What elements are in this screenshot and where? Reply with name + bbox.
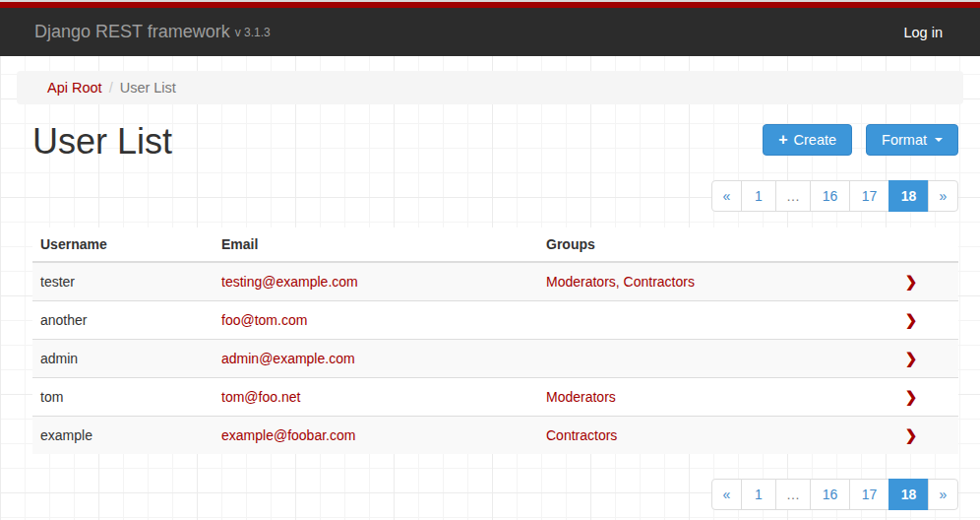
- pagination-page-16[interactable]: 16: [810, 479, 850, 510]
- plus-icon: +: [778, 132, 787, 148]
- cell-username: admin: [32, 340, 214, 378]
- groups-link[interactable]: Moderators: [546, 389, 616, 405]
- pagination-bottom: « 1 … 16 17 18 »: [711, 479, 958, 510]
- pagination-page-18-active[interactable]: 18: [888, 180, 929, 212]
- breadcrumb: Api Root/User List: [17, 71, 963, 104]
- pagination-page-18-active[interactable]: 18: [888, 479, 929, 510]
- login-link[interactable]: Log in: [903, 25, 943, 40]
- row-detail-chevron-icon[interactable]: ❯: [905, 350, 918, 366]
- row-detail-chevron-icon[interactable]: ❯: [905, 426, 918, 443]
- caret-down-icon: [935, 138, 943, 142]
- brand-link[interactable]: Django REST framework: [34, 22, 230, 42]
- pagination-page-17[interactable]: 17: [849, 180, 889, 212]
- table-row: tom tom@foo.net Moderators ❯: [32, 378, 958, 417]
- row-detail-chevron-icon[interactable]: ❯: [905, 311, 918, 328]
- table-row: example example@foobar.com Contractors ❯: [32, 417, 958, 455]
- breadcrumb-api-root[interactable]: Api Root: [47, 80, 102, 96]
- pagination-page-1[interactable]: 1: [741, 479, 776, 510]
- column-header-groups: Groups: [538, 228, 864, 262]
- cell-username: tom: [32, 378, 214, 417]
- pagination-next[interactable]: »: [928, 180, 958, 212]
- table-row: admin admin@example.com ❯: [32, 340, 958, 378]
- table-row: another foo@tom.com ❯: [32, 301, 958, 340]
- cell-username: tester: [32, 262, 214, 301]
- breadcrumb-separator: /: [102, 80, 120, 96]
- format-dropdown-button[interactable]: Format: [866, 124, 958, 156]
- user-table: Username Email Groups tester testing@exa…: [32, 228, 958, 454]
- pagination-top: « 1 … 16 17 18 »: [711, 180, 958, 212]
- cell-username: example: [32, 417, 214, 455]
- breadcrumb-current: User List: [120, 80, 176, 96]
- header-buttons: + Create Format: [763, 124, 958, 156]
- table-row: tester testing@example.com Moderators, C…: [32, 262, 958, 301]
- pagination-page-16[interactable]: 16: [810, 180, 850, 212]
- pagination-ellipsis: …: [775, 479, 811, 510]
- pagination-prev[interactable]: «: [711, 180, 742, 212]
- row-detail-chevron-icon[interactable]: ❯: [905, 388, 918, 405]
- navbar: Django REST framework v 3.1.3 Log in: [0, 8, 980, 56]
- groups-link[interactable]: Moderators, Contractors: [546, 274, 695, 290]
- table-header-row: Username Email Groups: [32, 228, 958, 262]
- top-accent-strip: [0, 0, 980, 8]
- pagination-page-17[interactable]: 17: [849, 479, 889, 510]
- email-link[interactable]: example@foobar.com: [221, 427, 355, 443]
- content-area: User List + Create Format « 1 … 16 17 18: [32, 124, 958, 510]
- page-title: User List: [32, 124, 172, 160]
- format-button-label: Format: [882, 132, 927, 148]
- email-link[interactable]: testing@example.com: [221, 274, 358, 290]
- page-header: User List + Create Format: [32, 124, 958, 160]
- create-button-label: Create: [794, 132, 837, 148]
- pagination-bottom-row: « 1 … 16 17 18 »: [32, 479, 958, 510]
- email-link[interactable]: tom@foo.net: [221, 389, 300, 405]
- email-link[interactable]: foo@tom.com: [221, 312, 307, 328]
- groups-link[interactable]: Contractors: [546, 427, 617, 443]
- pagination-ellipsis: …: [775, 180, 811, 212]
- column-header-email: Email: [214, 228, 538, 262]
- email-link[interactable]: admin@example.com: [221, 351, 355, 366]
- version-label: v 3.1.3: [235, 26, 271, 39]
- main-container: Api Root/User List User List + Create Fo…: [17, 71, 963, 510]
- row-detail-chevron-icon[interactable]: ❯: [905, 273, 918, 290]
- create-button[interactable]: + Create: [763, 124, 852, 156]
- pagination-top-row: « 1 … 16 17 18 »: [32, 180, 958, 212]
- column-header-username: Username: [32, 228, 214, 262]
- cell-username: another: [32, 301, 214, 340]
- pagination-page-1[interactable]: 1: [741, 180, 776, 212]
- pagination-next[interactable]: »: [928, 479, 958, 510]
- column-header-detail: [864, 228, 958, 262]
- pagination-prev[interactable]: «: [711, 479, 742, 510]
